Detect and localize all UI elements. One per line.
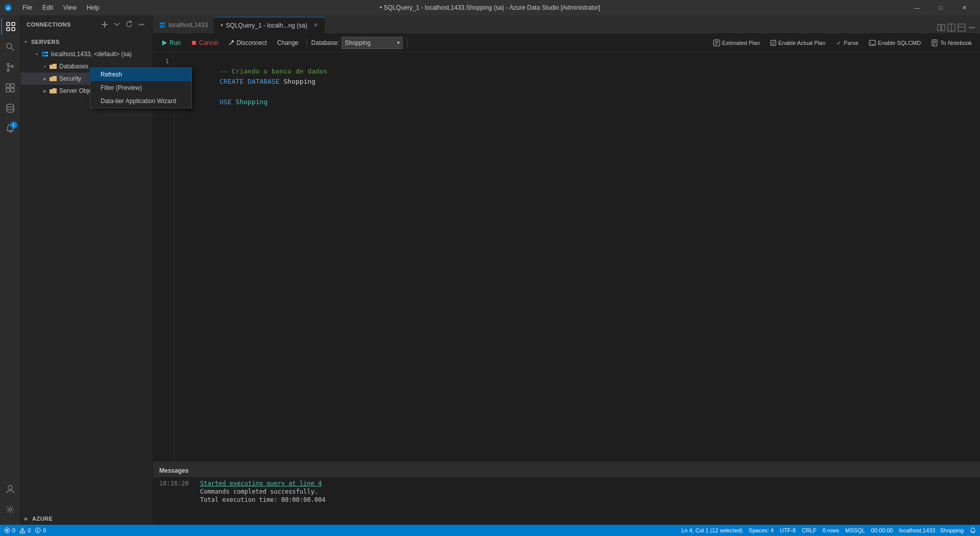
status-info[interactable]: 0 bbox=[35, 527, 46, 533]
status-left: 0 0 0 bbox=[4, 527, 46, 533]
status-position[interactable]: Ln 4, Col 1 (12 selected) bbox=[681, 527, 743, 533]
use-db-name: Shopping bbox=[236, 98, 268, 106]
status-bar: 0 0 0 Ln 4, Col 1 (12 selected) Spaces: … bbox=[0, 525, 980, 536]
new-connection-button[interactable] bbox=[100, 19, 110, 30]
enable-sqlcmd-button[interactable]: Enable SQLCMD bbox=[865, 38, 925, 47]
status-language[interactable]: MSSQL bbox=[845, 527, 865, 533]
to-notebook-label: To Notebook bbox=[940, 40, 972, 46]
security-folder-icon bbox=[49, 75, 57, 83]
activity-settings[interactable] bbox=[1, 500, 19, 519]
layout-options-button[interactable] bbox=[958, 23, 966, 33]
message-row-1: 18:16:20 Started executing query at line… bbox=[159, 480, 974, 487]
messages-content: 18:16:20 Started executing query at line… bbox=[153, 478, 980, 525]
status-notifications-button[interactable] bbox=[970, 527, 976, 533]
status-connection[interactable]: localhost,1433 : Shopping bbox=[899, 527, 964, 533]
database-dropdown[interactable]: Shopping bbox=[341, 37, 403, 49]
disconnect-button[interactable]: Disconnect bbox=[224, 38, 271, 48]
svg-point-20 bbox=[141, 24, 142, 26]
svg-point-58 bbox=[22, 532, 22, 532]
messages-title: Messages bbox=[159, 467, 188, 474]
database-dropdown-wrapper: Shopping bbox=[341, 37, 403, 49]
activity-bar-bottom bbox=[1, 480, 19, 521]
message-link[interactable]: Started executing query at line 4 bbox=[200, 480, 322, 487]
comment-text: -- Criando o banco de dados bbox=[219, 67, 327, 75]
notification-badge: 1 bbox=[10, 121, 17, 129]
activity-account[interactable] bbox=[1, 480, 19, 498]
context-menu-refresh[interactable]: Refresh bbox=[90, 68, 191, 81]
message-link-text[interactable]: Started executing query at line 4 bbox=[200, 480, 322, 487]
svg-rect-38 bbox=[192, 41, 196, 45]
split-editor-button[interactable] bbox=[937, 23, 945, 33]
maximize-button[interactable]: □ bbox=[929, 0, 952, 15]
azure-section: ▶ AZURE bbox=[20, 513, 153, 525]
status-line-ending[interactable]: CRLF bbox=[802, 527, 817, 533]
menu-edit[interactable]: Edit bbox=[38, 3, 57, 12]
activity-search[interactable] bbox=[1, 38, 19, 56]
status-errors[interactable]: 0 bbox=[4, 527, 15, 533]
change-label: Change bbox=[277, 39, 299, 46]
status-warnings[interactable]: 0 bbox=[19, 527, 31, 533]
run-label: Run bbox=[169, 39, 181, 46]
change-button[interactable]: Change bbox=[273, 38, 303, 48]
sqlcmd-icon bbox=[869, 39, 876, 46]
menu-view[interactable]: View bbox=[59, 3, 81, 12]
close-button[interactable]: ✕ bbox=[952, 0, 976, 15]
cancel-button[interactable]: Cancel bbox=[187, 38, 222, 48]
svg-point-16 bbox=[7, 104, 14, 107]
status-rows: 0 rows bbox=[823, 527, 839, 533]
warning-count: 0 bbox=[28, 527, 31, 533]
more-actions-button[interactable] bbox=[136, 19, 146, 30]
db-name: Shopping bbox=[284, 78, 316, 85]
servers-section-header[interactable]: ▾ SERVERS bbox=[20, 36, 153, 48]
refresh-connections-button[interactable] bbox=[124, 19, 134, 30]
code-line-1: -- Criando o banco de dados bbox=[180, 56, 974, 66]
error-count: 0 bbox=[12, 527, 15, 533]
database-label: Database: bbox=[311, 39, 339, 46]
more-tabs-button[interactable] bbox=[968, 23, 976, 33]
parse-button[interactable]: Parse bbox=[831, 39, 863, 47]
line-numbers: 1 2 3 4 bbox=[153, 52, 174, 461]
status-spaces[interactable]: Spaces: 4 bbox=[749, 527, 774, 533]
collapse-button[interactable] bbox=[112, 19, 122, 30]
azure-header[interactable]: ▶ AZURE bbox=[20, 513, 153, 525]
disconnect-icon bbox=[228, 40, 234, 46]
run-button[interactable]: Run bbox=[157, 38, 185, 48]
context-menu-datatier[interactable]: Data-tier Application Wizard bbox=[90, 94, 191, 108]
database-selector: Database: Shopping bbox=[311, 37, 403, 49]
svg-rect-3 bbox=[12, 22, 15, 26]
layout-button[interactable] bbox=[947, 23, 955, 33]
enable-actual-plan-button[interactable]: Enable Actual Plan bbox=[766, 39, 829, 47]
server-tab[interactable]: localhost,1433 bbox=[153, 17, 214, 33]
context-menu: Refresh Filter (Preview) Data-tier Appli… bbox=[90, 67, 192, 108]
svg-point-35 bbox=[971, 27, 973, 29]
server-item[interactable]: ▾ localhost,1433, <default> (sa) bbox=[20, 48, 153, 60]
svg-line-39 bbox=[229, 41, 233, 45]
svg-rect-13 bbox=[11, 84, 14, 87]
tab-actions bbox=[933, 23, 980, 33]
status-encoding[interactable]: UTF-8 bbox=[780, 527, 796, 533]
server-icon bbox=[41, 50, 49, 58]
close-tab-button[interactable]: ✕ bbox=[313, 22, 318, 29]
activity-git[interactable] bbox=[1, 58, 19, 77]
minimize-button[interactable]: — bbox=[905, 0, 929, 15]
warning-icon bbox=[19, 527, 26, 533]
to-notebook-button[interactable]: To Notebook bbox=[927, 38, 976, 47]
databases-label: Databases bbox=[59, 63, 88, 70]
menu-file[interactable]: File bbox=[18, 3, 36, 12]
context-menu-filter[interactable]: Filter (Preview) bbox=[90, 81, 191, 94]
titlebar: A File Edit View Help • SQLQuery_1 - loc… bbox=[0, 0, 980, 15]
svg-rect-28 bbox=[938, 25, 941, 31]
parse-icon bbox=[836, 40, 842, 46]
activity-data-explorer[interactable] bbox=[1, 99, 19, 117]
menu-help[interactable]: Help bbox=[83, 3, 104, 12]
svg-rect-29 bbox=[942, 25, 945, 31]
estimated-plan-button[interactable]: Estimated Plan bbox=[709, 38, 764, 47]
code-content[interactable]: -- Criando o banco de dados CREATE DATAB… bbox=[174, 52, 980, 461]
query-tab[interactable]: • SQLQuery_1 - localh...ng (sa) ✕ bbox=[214, 17, 325, 33]
estimated-plan-label: Estimated Plan bbox=[722, 40, 760, 46]
activity-notifications[interactable]: 1 bbox=[1, 119, 19, 138]
activity-connections[interactable] bbox=[1, 17, 19, 36]
servers-collapse-icon: ▾ bbox=[24, 39, 27, 44]
message-row-2: Commands completed successfully. bbox=[159, 488, 974, 495]
activity-extensions[interactable] bbox=[1, 79, 19, 97]
